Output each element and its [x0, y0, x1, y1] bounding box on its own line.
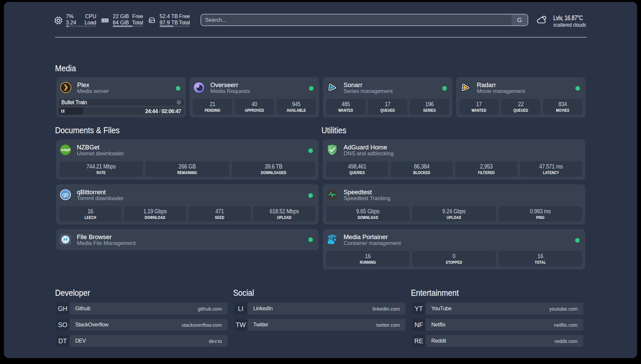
svg-text:qb: qb — [62, 192, 69, 198]
svg-text:nzbget: nzbget — [61, 148, 71, 152]
